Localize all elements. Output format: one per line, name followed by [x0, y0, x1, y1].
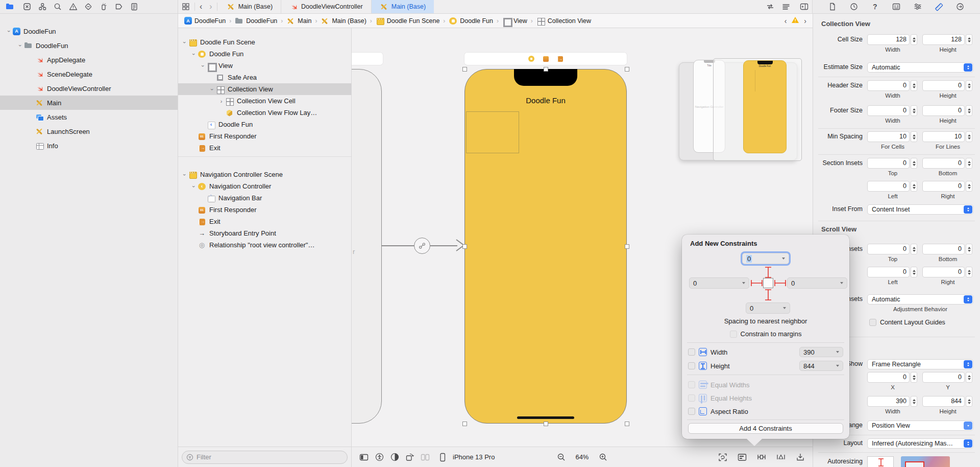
width-value-dropdown[interactable]: 390 — [799, 347, 843, 357]
content-inset-right-stepper[interactable] — [966, 267, 972, 277]
report-navigator-icon[interactable] — [129, 2, 140, 12]
tab-doodleviewcontroller[interactable]: DoodleViewController — [281, 0, 372, 13]
header-height-stepper[interactable] — [966, 80, 972, 91]
previous-issue-button[interactable]: ‹ — [785, 17, 787, 25]
outline-item-doodle-fun-scene[interactable]: Doodle Fun Scene — [178, 36, 351, 48]
navigator-item-launchscreen[interactable]: LaunchScreen — [0, 124, 178, 138]
navigator-item-group[interactable]: DoodleFun — [0, 38, 178, 53]
debug-navigator-icon[interactable] — [98, 2, 109, 12]
section-inset-left-field[interactable]: 0 — [867, 181, 910, 192]
content-layout-guides-checkbox[interactable] — [869, 319, 876, 326]
y-field[interactable]: 0 — [922, 372, 965, 383]
identity-inspector-icon[interactable] — [891, 2, 902, 12]
source-control-navigator-icon[interactable] — [21, 2, 33, 12]
min-spacing-lines-field[interactable]: 10 — [922, 131, 965, 142]
leading-spacing-dropdown[interactable]: 0 — [689, 277, 749, 289]
outline-item-view[interactable]: View — [178, 60, 351, 72]
autoresizing-widget[interactable] — [867, 456, 894, 467]
add-constraints-icon[interactable] — [755, 452, 768, 463]
navigator-item-info[interactable]: Info — [0, 138, 178, 153]
forward-button[interactable]: › — [206, 0, 215, 13]
footer-height-stepper[interactable] — [966, 105, 972, 116]
frame-height-field[interactable]: 844 — [922, 396, 965, 407]
selection-handle[interactable] — [544, 422, 548, 426]
collection-view-cell-outline[interactable] — [466, 111, 519, 153]
content-inset-left-stepper[interactable] — [911, 267, 917, 277]
navigator-item-doodleviewcontroller[interactable]: DoodleViewController — [0, 81, 178, 96]
aspect-ratio-checkbox[interactable] — [688, 408, 695, 415]
jumpbar-item-scene[interactable]: Doodle Fun Scene — [376, 17, 440, 25]
trailing-spacing-dropdown[interactable]: 0 — [787, 277, 847, 289]
x-field[interactable]: 0 — [867, 372, 910, 383]
outline-item-navigation-bar[interactable]: Navigation Bar — [178, 192, 351, 204]
content-inset-left-field[interactable]: 0 — [867, 267, 910, 277]
cell-height-stepper[interactable] — [966, 34, 972, 45]
nav-bar-title[interactable]: Doodle Fun — [465, 96, 626, 105]
issue-navigator-icon[interactable] — [67, 2, 79, 12]
outline-item-first-responder[interactable]: First Responder — [178, 130, 351, 142]
doodle-fun-scene-header-bar[interactable] — [464, 53, 627, 65]
section-inset-right-stepper[interactable] — [966, 181, 972, 192]
outline-item-collection-view-cell[interactable]: Collection View Cell — [178, 95, 351, 107]
tab-main-base-2-active[interactable]: Main (Base) — [372, 0, 434, 13]
jumpbar-item-project[interactable]: DoodleFun — [184, 17, 226, 25]
layout-dropdown[interactable]: Inferred (Autoresizing Mas… — [867, 438, 973, 449]
cell-width-field[interactable]: 128 — [867, 34, 910, 45]
align-icon[interactable] — [736, 452, 748, 463]
header-width-stepper[interactable] — [911, 80, 917, 91]
doodle-fun-view[interactable]: Doodle Fun — [464, 69, 627, 424]
canvas-minimap[interactable]: Title Navigation Controller Doodle Fun — [679, 62, 797, 160]
appearance-icon[interactable] — [388, 452, 401, 463]
add-editor-icon[interactable] — [796, 3, 812, 10]
equal-heights-checkbox[interactable] — [688, 394, 695, 402]
outline-item-first-responder-2[interactable]: First Responder — [178, 204, 351, 216]
arrange-dropdown[interactable]: Position View — [867, 421, 973, 431]
section-inset-bottom-stepper[interactable] — [966, 158, 972, 169]
add-constraints-button[interactable]: Add 4 Constraints — [688, 423, 843, 434]
zoom-level[interactable]: 64% — [575, 453, 589, 461]
outline-item-entry-point[interactable]: Storyboard Entry Point — [178, 227, 351, 239]
selection-handle[interactable] — [625, 244, 629, 249]
outline-item-nav-controller-scene[interactable]: Navigation Controller Scene — [178, 169, 351, 180]
minimap-doodle-fun-thumb[interactable]: Doodle Fun — [743, 60, 787, 153]
selection-handle[interactable] — [544, 67, 548, 72]
selection-handle[interactable] — [625, 67, 629, 72]
section-inset-bottom-field[interactable]: 0 — [922, 158, 965, 169]
device-icon[interactable] — [436, 452, 449, 463]
bottom-constraint-beam-icon[interactable] — [763, 289, 773, 301]
min-spacing-cells-stepper[interactable] — [911, 131, 917, 142]
tab-main-base-1[interactable]: Main (Base) — [218, 0, 281, 13]
outline-item-exit[interactable]: Exit — [178, 142, 351, 154]
jumpbar-item-view[interactable]: View — [502, 17, 527, 25]
footer-height-field[interactable]: 0 — [922, 105, 965, 116]
outline-item-navigation-item[interactable]: Doodle Fun — [178, 119, 351, 130]
show-dropdown[interactable]: Frame Rectangle — [867, 359, 973, 369]
width-constraint-checkbox[interactable] — [688, 348, 695, 356]
section-inset-right-field[interactable]: 0 — [922, 181, 965, 192]
outline-item-nav-controller[interactable]: Navigation Controller — [178, 180, 351, 192]
section-inset-top-stepper[interactable] — [911, 158, 917, 169]
resolve-autolayout-icon[interactable] — [775, 452, 787, 463]
file-inspector-icon[interactable] — [827, 2, 838, 12]
outline-item-flow-layout[interactable]: Collection View Flow Lay… — [178, 107, 351, 119]
content-inset-right-field[interactable]: 0 — [922, 267, 965, 277]
content-inset-bottom-stepper[interactable] — [966, 244, 972, 254]
connections-inspector-icon[interactable] — [954, 2, 966, 12]
outline-item-doodle-fun[interactable]: Doodle Fun — [178, 48, 351, 60]
segue-icon[interactable] — [414, 238, 430, 254]
jumpbar-item-collection-view[interactable]: Collection View — [536, 17, 591, 25]
y-stepper[interactable] — [966, 372, 972, 383]
content-inset-top-field[interactable]: 0 — [867, 244, 910, 254]
back-button[interactable]: ‹ — [196, 0, 206, 13]
filter-input[interactable]: Filter — [182, 451, 348, 464]
outline-item-safe-area[interactable]: Safe Area — [178, 72, 351, 83]
first-responder-icon[interactable] — [543, 56, 549, 62]
editor-grid-icon[interactable] — [178, 0, 193, 13]
trailing-constraint-beam-icon[interactable] — [774, 275, 787, 291]
jumpbar-item-localization[interactable]: Main (Base) — [321, 17, 366, 25]
jumpbar-item-view-controller[interactable]: Doodle Fun — [449, 17, 493, 25]
zoom-in-icon[interactable] — [597, 452, 609, 463]
outline-item-relationship[interactable]: Relationship "root view controller"… — [178, 239, 351, 251]
frame-width-field[interactable]: 390 — [867, 396, 910, 407]
min-spacing-lines-stepper[interactable] — [966, 131, 972, 142]
